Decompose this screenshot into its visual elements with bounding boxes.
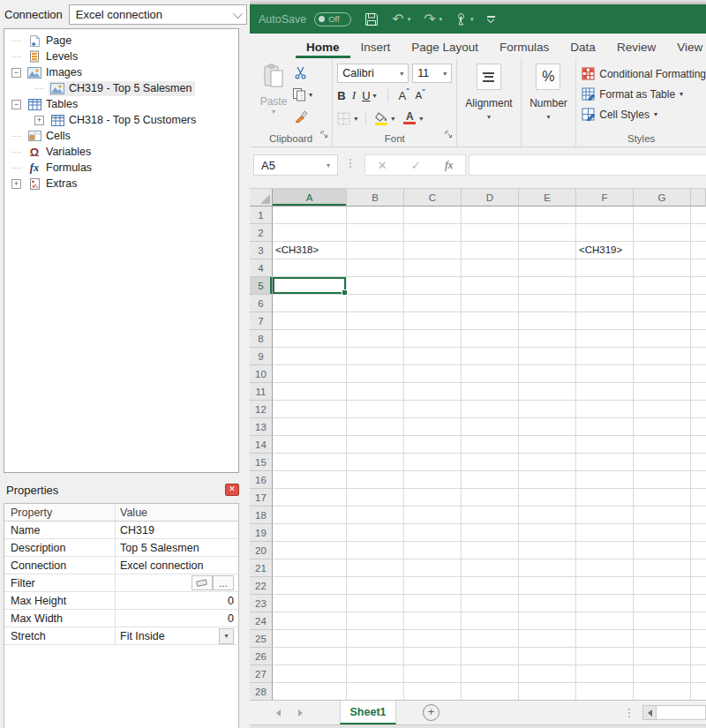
tab-review[interactable]: Review bbox=[606, 34, 666, 58]
cell[interactable] bbox=[462, 383, 519, 401]
cell[interactable] bbox=[691, 259, 706, 277]
cell[interactable] bbox=[462, 418, 519, 436]
italic-button[interactable]: I bbox=[352, 88, 357, 102]
cell[interactable] bbox=[634, 595, 691, 612]
cell[interactable] bbox=[347, 436, 404, 454]
cell[interactable] bbox=[519, 630, 576, 648]
cell[interactable] bbox=[347, 524, 404, 542]
cell[interactable] bbox=[576, 559, 634, 577]
format-painter-button[interactable] bbox=[294, 109, 309, 124]
cell[interactable] bbox=[462, 683, 519, 701]
cell[interactable] bbox=[462, 524, 519, 542]
cell[interactable] bbox=[634, 683, 691, 701]
cell[interactable] bbox=[634, 365, 691, 383]
cell[interactable] bbox=[273, 348, 347, 365]
cell[interactable] bbox=[634, 259, 691, 277]
touch-mouse-mode-button[interactable]: ▾ bbox=[455, 12, 474, 26]
row-header-16[interactable]: 16 bbox=[250, 471, 273, 489]
cell[interactable] bbox=[462, 454, 519, 471]
column-header-C[interactable]: C bbox=[404, 189, 462, 206]
cell[interactable] bbox=[634, 612, 691, 630]
row-header-5[interactable]: 5 bbox=[250, 277, 273, 295]
formula-bar-grip[interactable] bbox=[349, 159, 351, 168]
cell[interactable] bbox=[519, 206, 576, 224]
cell[interactable] bbox=[691, 665, 706, 683]
cell[interactable] bbox=[404, 489, 462, 507]
cell[interactable] bbox=[273, 630, 347, 648]
property-value[interactable]: 0 bbox=[116, 592, 238, 609]
cell[interactable] bbox=[576, 206, 634, 224]
cell-A3[interactable]: <CH318> bbox=[273, 242, 347, 259]
close-icon[interactable]: ✕ bbox=[225, 484, 239, 496]
cell[interactable] bbox=[691, 559, 706, 577]
cell[interactable] bbox=[404, 507, 462, 524]
cell[interactable] bbox=[576, 259, 634, 277]
expand-icon[interactable]: + bbox=[34, 116, 44, 125]
scrollbar-thumb[interactable] bbox=[656, 706, 705, 719]
horizontal-scrollbar[interactable] bbox=[642, 705, 706, 720]
row-header-25[interactable]: 25 bbox=[250, 630, 273, 648]
cell[interactable] bbox=[519, 348, 576, 365]
cell[interactable] bbox=[576, 665, 634, 683]
cell[interactable] bbox=[576, 436, 634, 454]
cell[interactable] bbox=[462, 242, 519, 259]
cell[interactable] bbox=[404, 418, 462, 436]
cell[interactable] bbox=[691, 206, 706, 224]
cell[interactable] bbox=[462, 436, 519, 454]
cell[interactable] bbox=[519, 559, 576, 577]
cell[interactable] bbox=[519, 507, 576, 524]
cell[interactable] bbox=[519, 524, 576, 542]
cell[interactable] bbox=[519, 259, 576, 277]
cell[interactable] bbox=[404, 224, 462, 242]
cell[interactable] bbox=[519, 312, 576, 330]
cell[interactable] bbox=[404, 277, 462, 295]
cell[interactable] bbox=[273, 454, 347, 471]
cell[interactable] bbox=[404, 595, 462, 612]
cell[interactable] bbox=[634, 277, 691, 295]
cell[interactable] bbox=[404, 206, 462, 224]
paste-button[interactable]: Paste ▾ bbox=[256, 64, 291, 116]
insert-function-icon[interactable]: fx bbox=[445, 158, 453, 172]
cell[interactable] bbox=[347, 242, 404, 259]
cell[interactable] bbox=[691, 242, 706, 259]
next-sheet-icon[interactable] bbox=[298, 709, 303, 717]
cell[interactable] bbox=[634, 206, 691, 224]
tree-item-ch318-top-5-customers[interactable]: +CH318 - Top 5 Customers bbox=[4, 112, 238, 128]
cell[interactable] bbox=[347, 665, 404, 683]
cell[interactable] bbox=[691, 471, 706, 489]
cell[interactable] bbox=[347, 277, 404, 295]
number-chevron-icon[interactable]: ▾ bbox=[522, 113, 576, 121]
cell[interactable] bbox=[273, 383, 347, 401]
column-header-A[interactable]: A bbox=[273, 189, 347, 206]
cell[interactable] bbox=[691, 418, 706, 436]
cell[interactable] bbox=[519, 242, 576, 259]
tree-item-variables[interactable]: ΩVariables bbox=[4, 144, 238, 160]
cell[interactable] bbox=[404, 648, 462, 665]
new-sheet-icon[interactable]: + bbox=[423, 704, 439, 721]
cell[interactable] bbox=[462, 312, 519, 330]
cell[interactable] bbox=[404, 401, 462, 418]
cell[interactable] bbox=[462, 612, 519, 630]
column-header-F[interactable]: F bbox=[576, 189, 634, 206]
cell[interactable] bbox=[634, 330, 691, 348]
cell[interactable] bbox=[462, 559, 519, 577]
cell[interactable] bbox=[273, 436, 347, 454]
cell[interactable] bbox=[691, 595, 706, 612]
eraser-icon[interactable] bbox=[192, 575, 213, 590]
tree-item-extras[interactable]: +Extras bbox=[4, 176, 238, 191]
cell[interactable] bbox=[519, 471, 576, 489]
collapse-icon[interactable]: − bbox=[11, 100, 21, 109]
cell[interactable] bbox=[519, 542, 576, 559]
cell[interactable] bbox=[634, 312, 691, 330]
cell[interactable] bbox=[691, 295, 706, 312]
cell[interactable] bbox=[347, 507, 404, 524]
format-as-table-button[interactable]: Format as Table ▾ bbox=[576, 84, 706, 104]
font-name-combobox[interactable]: Calibri ▾ bbox=[337, 64, 409, 83]
cell[interactable] bbox=[347, 401, 404, 418]
autosave-toggle[interactable]: Off bbox=[314, 12, 351, 26]
cell[interactable] bbox=[462, 471, 519, 489]
cell[interactable] bbox=[691, 454, 706, 471]
cell[interactable] bbox=[519, 665, 576, 683]
row-header-9[interactable]: 9 bbox=[250, 348, 273, 365]
cell[interactable] bbox=[347, 365, 404, 383]
